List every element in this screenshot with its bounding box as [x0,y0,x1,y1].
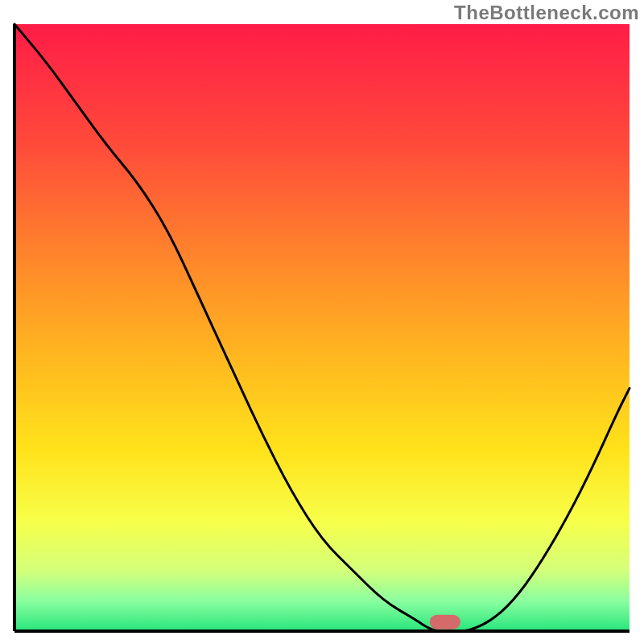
gradient-background [14,24,630,631]
chart-frame: TheBottleneck.com [0,0,644,644]
optimal-marker [430,615,460,630]
bottleneck-chart [0,0,644,644]
watermark-text: TheBottleneck.com [454,2,639,24]
